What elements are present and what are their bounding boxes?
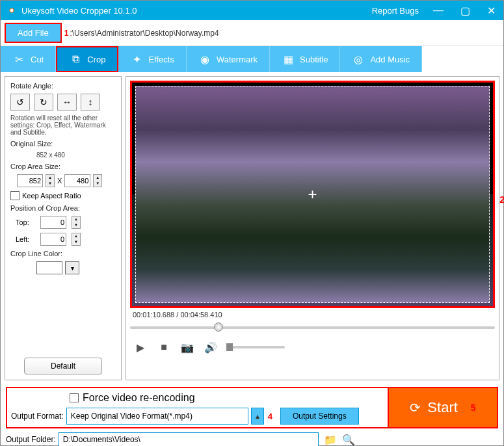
crop-color-swatch[interactable] bbox=[36, 261, 62, 274]
minimize-button[interactable]: — bbox=[431, 5, 446, 16]
preview-panel: + 2 00:01:10.688 / 00:04:58.410 ▶ ■ 📷 🔊 bbox=[126, 76, 499, 380]
seek-bar[interactable] bbox=[130, 321, 495, 334]
output-format-select[interactable]: Keep Original Video Format(*.mp4) bbox=[66, 408, 248, 425]
crop-sidebar: Rotate Angle: ↺ ↻ ↔ ↕ Rotation will rese… bbox=[5, 76, 122, 380]
scissors-icon: ✂ bbox=[12, 53, 25, 66]
crop-width-spinner[interactable]: ▲▼ bbox=[46, 174, 55, 187]
crop-width-input[interactable] bbox=[17, 174, 43, 187]
filepath-label: 1 :\Users\Administrator\Desktop\Norway.m… bbox=[64, 29, 219, 38]
crop-icon: ⧉ bbox=[69, 53, 82, 66]
maximize-button[interactable]: ▢ bbox=[458, 5, 473, 17]
refresh-icon: ⟳ bbox=[410, 400, 421, 415]
effects-icon: ✦ bbox=[130, 53, 143, 66]
crop-height-input[interactable] bbox=[64, 174, 90, 187]
crop-rectangle[interactable]: + bbox=[135, 86, 490, 303]
center-cross-icon: + bbox=[308, 185, 317, 203]
watermark-icon: ◉ bbox=[198, 53, 211, 66]
force-reencode-label: Force video re-encoding bbox=[83, 392, 195, 404]
format-dropdown-arrow[interactable]: ▴ bbox=[251, 408, 264, 425]
close-button[interactable]: ✕ bbox=[484, 5, 498, 17]
app-logo-icon bbox=[6, 5, 18, 16]
flip-horizontal-button[interactable]: ↔ bbox=[57, 94, 77, 111]
flip-vertical-button[interactable]: ↕ bbox=[81, 94, 100, 111]
app-window: Ukeysoft Video Cropper 10.1.0 Report Bug… bbox=[0, 0, 504, 446]
keep-aspect-checkbox[interactable] bbox=[10, 191, 20, 200]
rotate-note: Rotation will reset all the other settin… bbox=[10, 114, 116, 136]
crop-top-spinner[interactable]: ▲▼ bbox=[72, 216, 81, 229]
crop-left-spinner[interactable]: ▲▼ bbox=[72, 233, 81, 246]
start-button[interactable]: ⟳ Start 5 bbox=[388, 387, 498, 428]
crop-height-spinner[interactable]: ▲▼ bbox=[93, 174, 102, 187]
rotate-left-button[interactable]: ↺ bbox=[10, 94, 30, 111]
time-label: 00:01:10.688 / 00:04:58.410 bbox=[133, 311, 495, 319]
open-folder-icon[interactable]: 🔍 bbox=[342, 434, 355, 446]
force-reencode-checkbox[interactable] bbox=[70, 393, 79, 402]
titlebar: Ukeysoft Video Cropper 10.1.0 Report Bug… bbox=[1, 1, 503, 20]
add-file-button[interactable]: Add File bbox=[5, 23, 62, 43]
tab-subtitle[interactable]: ▦ Subtitle bbox=[270, 46, 340, 72]
crop-left-input[interactable] bbox=[40, 233, 66, 246]
volume-icon[interactable]: 🔊 bbox=[203, 339, 219, 355]
annotation-2: 2 bbox=[499, 194, 504, 205]
browse-folder-icon[interactable]: 📁 bbox=[324, 434, 337, 446]
rotate-right-button[interactable]: ↻ bbox=[34, 94, 53, 111]
subtitle-icon: ▦ bbox=[282, 53, 295, 66]
volume-slider[interactable] bbox=[226, 346, 285, 348]
crop-top-input[interactable] bbox=[40, 216, 66, 229]
seek-thumb[interactable] bbox=[214, 322, 223, 332]
keep-aspect-label: Keep Aspect Ratio bbox=[22, 192, 81, 200]
play-button[interactable]: ▶ bbox=[133, 339, 148, 355]
original-size-value: 852 x 480 bbox=[36, 151, 116, 159]
original-size-label: Original Size: bbox=[10, 140, 116, 148]
snapshot-button[interactable]: 📷 bbox=[179, 339, 195, 355]
tab-add-music[interactable]: ◎ Add Music bbox=[340, 46, 422, 72]
crop-color-dropdown[interactable]: ▾ bbox=[65, 261, 79, 274]
annotation-5: 5 bbox=[471, 402, 476, 413]
file-toolbar: Add File 1 :\Users\Administrator\Desktop… bbox=[1, 20, 503, 46]
video-preview[interactable]: + 2 bbox=[130, 81, 495, 308]
annotation-4: 4 bbox=[268, 412, 272, 421]
report-bugs-link[interactable]: Report Bugs bbox=[372, 6, 419, 16]
tab-crop[interactable]: ⧉ Crop bbox=[56, 46, 118, 72]
crop-color-label: Crop Line Color: bbox=[10, 250, 116, 257]
tab-bar: ✂ Cut ⧉ Crop ✦ Effects ◉ Watermark ▦ Sub… bbox=[1, 46, 503, 72]
annotation-1: 1 bbox=[64, 29, 69, 38]
output-folder-label: Output Folder: bbox=[6, 435, 56, 444]
rotate-label: Rotate Angle: bbox=[10, 82, 116, 90]
tab-effects[interactable]: ✦ Effects bbox=[118, 46, 187, 72]
position-label: Position of Crop Area: bbox=[10, 204, 116, 212]
music-icon: ◎ bbox=[352, 53, 365, 66]
output-settings-button[interactable]: Output Settings bbox=[280, 408, 359, 425]
app-title: Ukeysoft Video Cropper 10.1.0 bbox=[21, 6, 137, 16]
output-folder-input[interactable]: D:\Documents\Videos\ bbox=[59, 432, 319, 446]
tab-watermark[interactable]: ◉ Watermark bbox=[187, 46, 270, 72]
stop-button[interactable]: ■ bbox=[156, 339, 172, 355]
tab-cut[interactable]: ✂ Cut bbox=[1, 46, 56, 72]
output-format-label: Output Format: bbox=[11, 412, 64, 421]
crop-area-label: Crop Area Size: bbox=[10, 163, 116, 170]
default-button[interactable]: Default bbox=[24, 358, 102, 374]
